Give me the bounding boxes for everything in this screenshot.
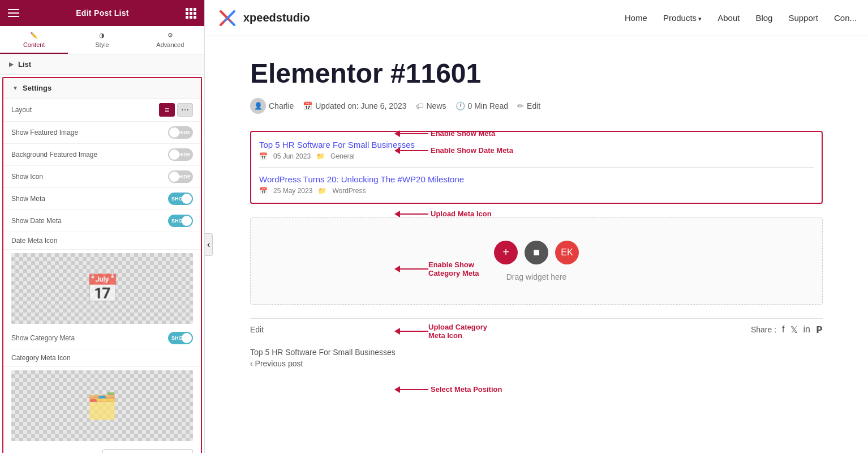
- style-tab-label: Style: [95, 41, 109, 48]
- bottom-edit-link[interactable]: Edit: [250, 325, 264, 334]
- nav-about[interactable]: About: [717, 13, 740, 23]
- content-area: ‹ Elementor #11601 👤 Charlie 📅 Updated o…: [205, 36, 868, 453]
- facebook-share-icon[interactable]: f: [782, 324, 784, 335]
- logo-area: xpeedstudio: [216, 7, 310, 29]
- edit-link-label[interactable]: Edit: [527, 101, 540, 110]
- panel-collapse-button[interactable]: ‹: [205, 233, 213, 256]
- linkedin-share-icon[interactable]: in: [803, 324, 810, 335]
- widget-drop-area: + ■ EK Drag widget here: [250, 217, 823, 305]
- toggle-label: HIDE: [178, 174, 191, 180]
- background-featured-image-label: Background Featured Image: [11, 151, 97, 159]
- layout-list-button[interactable]: ≡: [159, 103, 175, 117]
- toggle-label: HIDE: [178, 130, 191, 135]
- tab-advanced[interactable]: ⚙ Advanced: [136, 26, 204, 54]
- prev-post-title: Top 5 HR Software For Small Businesses: [250, 348, 823, 357]
- show-meta-row: Show Meta SHOW: [3, 188, 201, 210]
- settings-section-label: Settings: [23, 84, 51, 92]
- post-nav: Top 5 HR Software For Small Businesses P…: [250, 341, 823, 368]
- layout-grid-button[interactable]: ⋯: [177, 103, 193, 117]
- top-nav: xpeedstudio Home Products About Blog Sup…: [205, 0, 868, 36]
- nav-support[interactable]: Support: [788, 13, 818, 23]
- widget-button-3[interactable]: EK: [555, 241, 579, 264]
- author-avatar: 👤: [250, 98, 266, 114]
- read-time-meta: 🕐 0 Min Read: [456, 101, 509, 110]
- list-section-header[interactable]: ▶ List: [0, 54, 204, 75]
- prev-post-link[interactable]: Previous post: [250, 359, 823, 368]
- advanced-tab-icon: ⚙: [167, 32, 173, 39]
- post-date: Updated on: June 6, 2023: [315, 101, 406, 110]
- date-icon-1: 📅: [259, 152, 268, 160]
- post-item-title-1[interactable]: Top 5 HR Software For Small Businesses: [259, 140, 814, 149]
- layout-buttons: ≡ ⋯: [159, 103, 193, 117]
- date-meta-icon-row: Date Meta Icon: [3, 232, 201, 250]
- list-arrow-icon: ▶: [9, 61, 14, 67]
- tag-icon: 🏷: [416, 101, 424, 110]
- list-section-label: List: [18, 60, 31, 69]
- show-featured-image-label: Show Featured Image: [11, 129, 78, 136]
- widget-buttons: + ■ EK: [494, 241, 579, 264]
- panel-title: Edit Post List: [76, 8, 129, 18]
- toggle-on-label: SHOW: [171, 196, 187, 202]
- pinterest-share-icon[interactable]: 𝗣: [816, 324, 823, 335]
- post-item-title-2[interactable]: WordPress Turns 20: Unlocking The #WP20 …: [259, 174, 814, 184]
- drag-label: Drag widget here: [506, 272, 567, 281]
- post-item-meta-2: 📅 25 May 2023 📁 WordPress: [259, 187, 814, 195]
- post-list-item: WordPress Turns 20: Unlocking The #WP20 …: [259, 174, 814, 195]
- category-meta-icon-row: Category Meta Icon: [3, 349, 201, 367]
- author-name: Charlie: [269, 101, 294, 110]
- advanced-tab-label: Advanced: [156, 41, 184, 48]
- folder-icon-1: 📁: [316, 152, 325, 160]
- settings-section-header[interactable]: ▼ Settings: [3, 78, 201, 99]
- show-featured-image-row: Show Featured Image HIDE: [3, 122, 201, 144]
- date-meta: 📅 Updated on: June 6, 2023: [303, 101, 406, 110]
- grid-menu-icon[interactable]: [186, 8, 196, 19]
- post-list-widget: Top 5 HR Software For Small Businesses 📅…: [250, 131, 823, 204]
- date-meta-icon-upload-area[interactable]: 📅: [11, 253, 193, 324]
- show-meta-label: Show Meta: [11, 195, 45, 203]
- show-icon-row: Show Icon HIDE: [3, 166, 201, 188]
- twitter-share-icon[interactable]: 𝕏: [790, 324, 798, 335]
- show-category-meta-toggle[interactable]: SHOW: [168, 332, 193, 344]
- tab-style[interactable]: ◑ Style: [68, 26, 136, 54]
- post-item-cat-2: WordPress: [332, 187, 366, 195]
- nav-blog[interactable]: Blog: [755, 13, 772, 23]
- show-category-meta-row: Show Category Meta SHOW: [3, 327, 201, 349]
- show-date-meta-row: Show Date Meta SHOW: [3, 210, 201, 232]
- content-tab-label: Content: [23, 41, 45, 48]
- toggle-on-label: SHOW: [171, 218, 187, 224]
- panel-tabs: ✏️ Content ◑ Style ⚙ Advanced: [0, 26, 204, 54]
- post-list-item: Top 5 HR Software For Small Businesses 📅…: [259, 140, 814, 168]
- tab-content[interactable]: ✏️ Content: [0, 26, 68, 54]
- author-meta: 👤 Charlie: [250, 98, 294, 114]
- content-tab-icon: ✏️: [30, 32, 38, 39]
- post-item-date-2: 25 May 2023: [273, 187, 312, 195]
- share-label: Share :: [751, 325, 776, 334]
- show-meta-toggle[interactable]: SHOW: [168, 193, 193, 205]
- show-date-meta-toggle[interactable]: SHOW: [168, 215, 193, 227]
- date-meta-icon-label: Date Meta Icon: [11, 237, 57, 245]
- hamburger-menu[interactable]: [8, 7, 19, 19]
- category-meta-icon-upload-area[interactable]: 🗂️: [11, 370, 193, 441]
- nav-contact[interactable]: Con...: [834, 13, 857, 23]
- post-item-meta-1: 📅 05 Jun 2023 📁 General: [259, 152, 814, 160]
- date-icon-2: 📅: [259, 187, 268, 195]
- post-title: Elementor #11601: [250, 59, 823, 89]
- settings-section: ▼ Settings Layout ≡ ⋯ Show Featured Imag…: [2, 77, 202, 453]
- show-icon-toggle[interactable]: HIDE: [168, 170, 193, 183]
- meta-position-select[interactable]: Bottom Top: [102, 449, 193, 453]
- widget-button-2[interactable]: ■: [525, 241, 548, 264]
- meta-position-field: Meta Position Bottom Top: [11, 449, 193, 453]
- edit-pencil-icon: ✏: [517, 101, 524, 110]
- panel-body: ▶ List ▼ Settings Layout ≡ ⋯ Show Featur…: [0, 54, 204, 453]
- background-featured-image-toggle[interactable]: HIDE: [168, 148, 193, 161]
- share-area: Share : f 𝕏 in 𝗣: [751, 324, 823, 335]
- bottom-bar: Edit Share : f 𝕏 in 𝗣: [250, 318, 823, 341]
- post-item-date-1: 05 Jun 2023: [273, 152, 311, 160]
- nav-products[interactable]: Products: [663, 13, 702, 23]
- add-widget-button[interactable]: +: [494, 241, 518, 264]
- settings-arrow-icon: ▼: [12, 85, 18, 91]
- show-featured-image-toggle[interactable]: HIDE: [168, 126, 193, 139]
- nav-links: Home Products About Blog Support Con...: [625, 13, 857, 23]
- nav-home[interactable]: Home: [625, 13, 647, 23]
- calendar-icon: 📅: [85, 273, 119, 305]
